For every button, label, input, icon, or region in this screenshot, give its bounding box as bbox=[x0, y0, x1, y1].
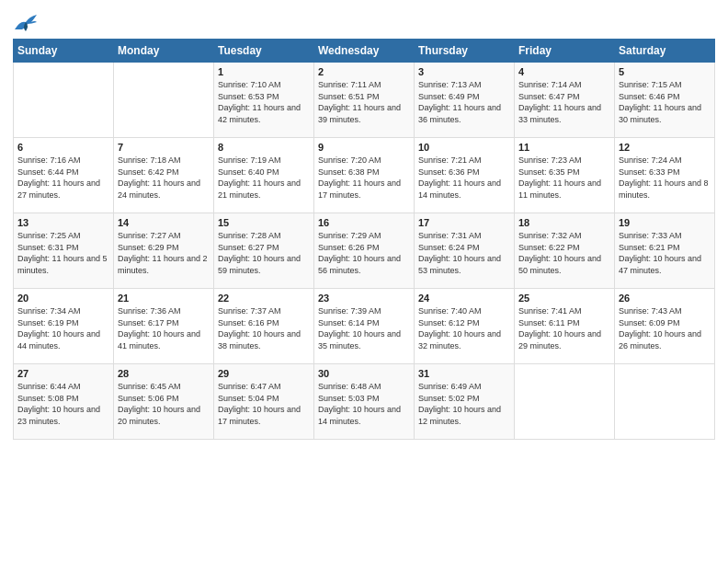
cell-info: Sunrise: 7:41 AM Sunset: 6:11 PM Dayligh… bbox=[518, 305, 610, 351]
day-number: 9 bbox=[318, 142, 410, 153]
day-number: 3 bbox=[418, 66, 510, 77]
calendar-header-row: SundayMondayTuesdayWednesdayThursdayFrid… bbox=[14, 40, 715, 63]
calendar-table: SundayMondayTuesdayWednesdayThursdayFrid… bbox=[13, 39, 715, 440]
logo bbox=[13, 13, 41, 33]
day-number: 26 bbox=[619, 293, 711, 304]
day-number: 10 bbox=[418, 142, 510, 153]
calendar-cell: 23Sunrise: 7:39 AM Sunset: 6:14 PM Dayli… bbox=[314, 289, 415, 364]
day-number: 25 bbox=[518, 293, 610, 304]
calendar-week-row: 27Sunrise: 6:44 AM Sunset: 5:08 PM Dayli… bbox=[14, 364, 715, 440]
day-number: 17 bbox=[418, 217, 510, 228]
cell-info: Sunrise: 6:45 AM Sunset: 5:06 PM Dayligh… bbox=[118, 381, 210, 427]
calendar-cell: 14Sunrise: 7:27 AM Sunset: 6:29 PM Dayli… bbox=[114, 213, 214, 289]
logo-icon bbox=[13, 13, 39, 33]
cell-info: Sunrise: 7:31 AM Sunset: 6:24 PM Dayligh… bbox=[418, 230, 510, 276]
day-number: 13 bbox=[17, 217, 109, 228]
calendar-cell: 3Sunrise: 7:13 AM Sunset: 6:49 PM Daylig… bbox=[415, 63, 515, 138]
weekday-header: Thursday bbox=[415, 40, 515, 63]
day-number: 29 bbox=[218, 368, 310, 379]
cell-info: Sunrise: 7:29 AM Sunset: 6:26 PM Dayligh… bbox=[318, 230, 410, 276]
header bbox=[13, 9, 715, 33]
cell-info: Sunrise: 7:28 AM Sunset: 6:27 PM Dayligh… bbox=[218, 230, 310, 276]
calendar-cell: 19Sunrise: 7:33 AM Sunset: 6:21 PM Dayli… bbox=[615, 213, 715, 289]
day-number: 19 bbox=[619, 217, 711, 228]
weekday-header: Saturday bbox=[615, 40, 715, 63]
cell-info: Sunrise: 7:40 AM Sunset: 6:12 PM Dayligh… bbox=[418, 305, 510, 351]
cell-info: Sunrise: 7:21 AM Sunset: 6:36 PM Dayligh… bbox=[418, 155, 510, 201]
day-number: 28 bbox=[118, 368, 210, 379]
calendar-cell: 27Sunrise: 6:44 AM Sunset: 5:08 PM Dayli… bbox=[14, 364, 114, 440]
day-number: 21 bbox=[118, 293, 210, 304]
cell-info: Sunrise: 6:44 AM Sunset: 5:08 PM Dayligh… bbox=[17, 381, 109, 427]
calendar-cell: 5Sunrise: 7:15 AM Sunset: 6:46 PM Daylig… bbox=[615, 63, 715, 138]
cell-info: Sunrise: 7:27 AM Sunset: 6:29 PM Dayligh… bbox=[118, 230, 210, 276]
day-number: 31 bbox=[418, 368, 510, 379]
cell-info: Sunrise: 7:37 AM Sunset: 6:16 PM Dayligh… bbox=[218, 305, 310, 351]
cell-info: Sunrise: 7:39 AM Sunset: 6:14 PM Dayligh… bbox=[318, 305, 410, 351]
cell-info: Sunrise: 7:10 AM Sunset: 6:53 PM Dayligh… bbox=[218, 79, 310, 125]
cell-info: Sunrise: 7:32 AM Sunset: 6:22 PM Dayligh… bbox=[518, 230, 610, 276]
cell-info: Sunrise: 7:43 AM Sunset: 6:09 PM Dayligh… bbox=[619, 305, 711, 351]
calendar-week-row: 6Sunrise: 7:16 AM Sunset: 6:44 PM Daylig… bbox=[14, 138, 715, 213]
day-number: 14 bbox=[118, 217, 210, 228]
cell-info: Sunrise: 6:49 AM Sunset: 5:02 PM Dayligh… bbox=[418, 381, 510, 427]
day-number: 16 bbox=[318, 217, 410, 228]
day-number: 6 bbox=[17, 142, 109, 153]
calendar-cell: 29Sunrise: 6:47 AM Sunset: 5:04 PM Dayli… bbox=[214, 364, 314, 440]
weekday-header: Wednesday bbox=[314, 40, 415, 63]
day-number: 8 bbox=[218, 142, 310, 153]
calendar-cell: 24Sunrise: 7:40 AM Sunset: 6:12 PM Dayli… bbox=[415, 289, 515, 364]
day-number: 23 bbox=[318, 293, 410, 304]
calendar-cell: 26Sunrise: 7:43 AM Sunset: 6:09 PM Dayli… bbox=[615, 289, 715, 364]
calendar-cell: 15Sunrise: 7:28 AM Sunset: 6:27 PM Dayli… bbox=[214, 213, 314, 289]
cell-info: Sunrise: 6:47 AM Sunset: 5:04 PM Dayligh… bbox=[218, 381, 310, 427]
day-number: 20 bbox=[17, 293, 109, 304]
day-number: 27 bbox=[17, 368, 109, 379]
calendar-cell: 16Sunrise: 7:29 AM Sunset: 6:26 PM Dayli… bbox=[314, 213, 415, 289]
calendar-cell: 25Sunrise: 7:41 AM Sunset: 6:11 PM Dayli… bbox=[515, 289, 615, 364]
cell-info: Sunrise: 7:23 AM Sunset: 6:35 PM Dayligh… bbox=[518, 155, 610, 201]
calendar-cell bbox=[114, 63, 214, 138]
day-number: 22 bbox=[218, 293, 310, 304]
calendar-cell: 2Sunrise: 7:11 AM Sunset: 6:51 PM Daylig… bbox=[314, 63, 415, 138]
cell-info: Sunrise: 7:36 AM Sunset: 6:17 PM Dayligh… bbox=[118, 305, 210, 351]
cell-info: Sunrise: 7:13 AM Sunset: 6:49 PM Dayligh… bbox=[418, 79, 510, 125]
calendar-cell: 18Sunrise: 7:32 AM Sunset: 6:22 PM Dayli… bbox=[515, 213, 615, 289]
calendar-cell: 12Sunrise: 7:24 AM Sunset: 6:33 PM Dayli… bbox=[615, 138, 715, 213]
calendar-cell: 20Sunrise: 7:34 AM Sunset: 6:19 PM Dayli… bbox=[14, 289, 114, 364]
calendar-week-row: 13Sunrise: 7:25 AM Sunset: 6:31 PM Dayli… bbox=[14, 213, 715, 289]
cell-info: Sunrise: 7:34 AM Sunset: 6:19 PM Dayligh… bbox=[17, 305, 109, 351]
cell-info: Sunrise: 7:24 AM Sunset: 6:33 PM Dayligh… bbox=[619, 155, 711, 201]
calendar-cell: 1Sunrise: 7:10 AM Sunset: 6:53 PM Daylig… bbox=[214, 63, 314, 138]
calendar-cell: 10Sunrise: 7:21 AM Sunset: 6:36 PM Dayli… bbox=[415, 138, 515, 213]
cell-info: Sunrise: 7:19 AM Sunset: 6:40 PM Dayligh… bbox=[218, 155, 310, 201]
cell-info: Sunrise: 7:11 AM Sunset: 6:51 PM Dayligh… bbox=[318, 79, 410, 125]
cell-info: Sunrise: 7:18 AM Sunset: 6:42 PM Dayligh… bbox=[118, 155, 210, 201]
day-number: 7 bbox=[118, 142, 210, 153]
calendar-cell bbox=[14, 63, 114, 138]
calendar-cell: 13Sunrise: 7:25 AM Sunset: 6:31 PM Dayli… bbox=[14, 213, 114, 289]
calendar-cell: 28Sunrise: 6:45 AM Sunset: 5:06 PM Dayli… bbox=[114, 364, 214, 440]
weekday-header: Friday bbox=[515, 40, 615, 63]
day-number: 30 bbox=[318, 368, 410, 379]
cell-info: Sunrise: 7:33 AM Sunset: 6:21 PM Dayligh… bbox=[619, 230, 711, 276]
calendar-cell bbox=[515, 364, 615, 440]
weekday-header: Monday bbox=[114, 40, 214, 63]
weekday-header: Sunday bbox=[14, 40, 114, 63]
calendar-cell: 6Sunrise: 7:16 AM Sunset: 6:44 PM Daylig… bbox=[14, 138, 114, 213]
page: SundayMondayTuesdayWednesdayThursdayFrid… bbox=[0, 0, 728, 563]
calendar-cell: 4Sunrise: 7:14 AM Sunset: 6:47 PM Daylig… bbox=[515, 63, 615, 138]
day-number: 1 bbox=[218, 66, 310, 77]
day-number: 18 bbox=[518, 217, 610, 228]
day-number: 24 bbox=[418, 293, 510, 304]
cell-info: Sunrise: 7:16 AM Sunset: 6:44 PM Dayligh… bbox=[17, 155, 109, 201]
calendar-cell: 22Sunrise: 7:37 AM Sunset: 6:16 PM Dayli… bbox=[214, 289, 314, 364]
day-number: 15 bbox=[218, 217, 310, 228]
day-number: 5 bbox=[619, 66, 711, 77]
cell-info: Sunrise: 7:14 AM Sunset: 6:47 PM Dayligh… bbox=[518, 79, 610, 125]
calendar-cell bbox=[615, 364, 715, 440]
calendar-cell: 17Sunrise: 7:31 AM Sunset: 6:24 PM Dayli… bbox=[415, 213, 515, 289]
calendar-cell: 31Sunrise: 6:49 AM Sunset: 5:02 PM Dayli… bbox=[415, 364, 515, 440]
weekday-header: Tuesday bbox=[214, 40, 314, 63]
day-number: 11 bbox=[518, 142, 610, 153]
